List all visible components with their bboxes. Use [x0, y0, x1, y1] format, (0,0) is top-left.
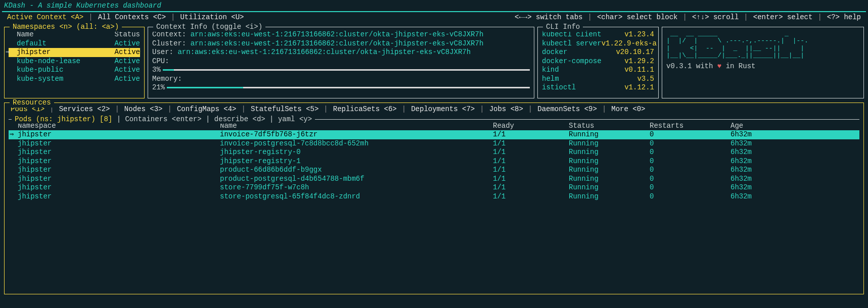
- cli-row: kindv0.11.1: [542, 66, 654, 75]
- separator: |: [239, 105, 249, 114]
- pod-name: product-66d86b6ddf-b9ggx: [220, 166, 493, 175]
- pod-ready: 1/1: [493, 166, 569, 175]
- pod-restarts: 0: [650, 166, 730, 175]
- ns-name: kube-public: [17, 66, 63, 75]
- cluster-value: arn:aws:eks:eu-west-1:216713166862:clust…: [191, 39, 484, 47]
- namespace-row[interactable]: kube-publicActive: [9, 66, 140, 75]
- cli-info-title: CLI Info: [543, 23, 583, 32]
- pod-row[interactable]: jhipsterinvoice-postgresql-7c8d8bcc8d-65…: [9, 139, 859, 148]
- cli-row: kubectl clientv1.23.4: [542, 30, 654, 39]
- pod-restarts: 0: [650, 130, 730, 139]
- pod-ns: jhipster: [18, 139, 220, 148]
- pod-ns: jhipster: [18, 183, 220, 192]
- cli-version: v1.22.9-eks-a: [602, 39, 657, 48]
- ns-header-name: Name: [17, 30, 34, 39]
- help-hint: <?> help: [825, 13, 863, 22]
- namespace-row[interactable]: kube-systemActive: [9, 75, 140, 84]
- pod-status: Running: [569, 148, 650, 157]
- cli-name: kubectl client: [542, 30, 602, 39]
- pod-age: 6h32m: [730, 139, 857, 148]
- pod-status: Running: [569, 139, 650, 148]
- context-info-title: Context Info (toggle <i>): [153, 23, 265, 32]
- separator: |: [814, 13, 825, 22]
- pod-name: product-postgresql-d4b654788-mbm6f: [220, 175, 493, 184]
- namespace-row[interactable]: defaultActive: [9, 39, 140, 48]
- pod-restarts: 0: [650, 192, 730, 201]
- help-hint: <enter> select: [751, 13, 815, 22]
- pod-status: Running: [569, 192, 650, 201]
- pod-row[interactable]: jhipsterjhipster-registry-11/1Running06h…: [9, 157, 859, 166]
- ns-name: default: [17, 39, 47, 48]
- cli-info-panel: CLI Info kubectl clientv1.23.4kubectl se…: [537, 27, 659, 98]
- cli-version: v20.10.17: [616, 48, 654, 57]
- ns-status: Active: [115, 39, 140, 48]
- separator: |: [399, 105, 409, 114]
- cpu-bar: [163, 69, 530, 71]
- cli-row: dockerv20.10.17: [542, 48, 654, 57]
- pod-name: store-postgresql-65f84f4dc8-zdnrd: [220, 192, 493, 201]
- pod-age: 6h32m: [730, 166, 857, 175]
- pod-ready: 1/1: [493, 139, 569, 148]
- ns-status: Active: [115, 66, 140, 75]
- resource-tab[interactable]: ReplicaSets <6>: [331, 105, 399, 114]
- heart-icon: ♥: [717, 62, 721, 70]
- pod-ns: jhipster: [18, 148, 220, 157]
- pods-title: Pods (ns: jhipster) [8]: [15, 115, 112, 123]
- logo-footer: v0.3.1 with ♥ in Rust: [666, 62, 859, 71]
- pod-row[interactable]: jhipsterstore-7799df75f-w7c8h1/1Running0…: [9, 183, 859, 192]
- cpu-label: CPU:: [152, 57, 530, 66]
- pod-restarts: 0: [650, 183, 730, 192]
- cli-name: istioctl: [542, 83, 576, 92]
- help-hint: <char> select block: [595, 13, 680, 22]
- separator: |: [477, 105, 487, 114]
- topbar-tab[interactable]: Active Context <A>: [5, 13, 85, 22]
- topbar-tab[interactable]: Utilization <U>: [178, 13, 246, 22]
- resource-tab[interactable]: Nodes <3>: [122, 105, 165, 114]
- separator: |: [525, 105, 535, 114]
- cli-version: v1.12.1: [624, 83, 654, 92]
- app-title: KDash - A simple Kubernetes dashboard: [2, 1, 866, 12]
- pod-row[interactable]: jhipsterjhipster-registry-01/1Running06h…: [9, 148, 859, 157]
- pod-status: Running: [569, 175, 650, 184]
- topbar-right: <←→> switch tabs|<char> select block|<↑↓…: [513, 13, 863, 22]
- resource-tab[interactable]: ConfigMaps <4>: [175, 105, 239, 114]
- cli-version: v1.29.2: [624, 57, 654, 66]
- pod-ready: 1/1: [493, 157, 569, 166]
- pod-age: 6h32m: [730, 130, 857, 139]
- pod-row[interactable]: ⇒jhipsterinvoice-7df5fb768-j6tzr1/1Runni…: [9, 130, 859, 139]
- pod-status: Running: [569, 130, 650, 139]
- arrow-icon: ⇒: [6, 48, 10, 57]
- resource-tab[interactable]: Jobs <8>: [487, 105, 525, 114]
- namespace-row[interactable]: kube-node-leaseActive: [9, 57, 140, 66]
- topbar-left: Active Context <A>|All Contexts <C>|Util…: [5, 13, 246, 22]
- help-hint: <↑↓> scroll: [690, 13, 741, 22]
- pod-row[interactable]: jhipsterproduct-66d86b6ddf-b9ggx1/1Runni…: [9, 166, 859, 175]
- resource-tab[interactable]: StatefulSets <5>: [249, 105, 321, 114]
- topbar-tab[interactable]: All Contexts <C>: [96, 13, 168, 22]
- resource-tab[interactable]: DaemonSets <9>: [535, 105, 599, 114]
- cli-row: helmv3.5: [542, 75, 654, 84]
- col-restarts: Restarts: [650, 122, 730, 131]
- separator: |: [168, 13, 178, 22]
- separator: |: [321, 105, 331, 114]
- mem-label: Memory:: [152, 75, 530, 84]
- col-age: Age: [730, 122, 857, 131]
- separator: |: [584, 13, 595, 22]
- namespace-row[interactable]: ⇒jhipsterActive: [9, 48, 140, 57]
- cli-name: kind: [542, 66, 559, 75]
- cli-name: kubectl server: [542, 39, 602, 48]
- arrow-icon: ⇒: [10, 130, 14, 139]
- pod-age: 6h32m: [730, 157, 857, 166]
- resource-tab[interactable]: More <0>: [609, 105, 647, 114]
- pod-row[interactable]: jhipsterstore-postgresql-65f84f4dc8-zdnr…: [9, 192, 859, 201]
- logo-ascii: __ __ _____ _ | |/ | \ .---.-,.-----.| |…: [666, 30, 859, 59]
- topbar: Active Context <A>|All Contexts <C>|Util…: [2, 12, 866, 24]
- resource-tab[interactable]: Deployments <7>: [409, 105, 477, 114]
- pod-age: 6h32m: [730, 183, 857, 192]
- pod-name: jhipster-registry-0: [220, 148, 493, 157]
- pod-restarts: 0: [650, 148, 730, 157]
- cli-row: kubectl serverv1.22.9-eks-a: [542, 39, 654, 48]
- pod-status: Running: [569, 183, 650, 192]
- resource-tab[interactable]: Services <2>: [57, 105, 112, 114]
- pod-row[interactable]: jhipsterproduct-postgresql-d4b654788-mbm…: [9, 175, 859, 184]
